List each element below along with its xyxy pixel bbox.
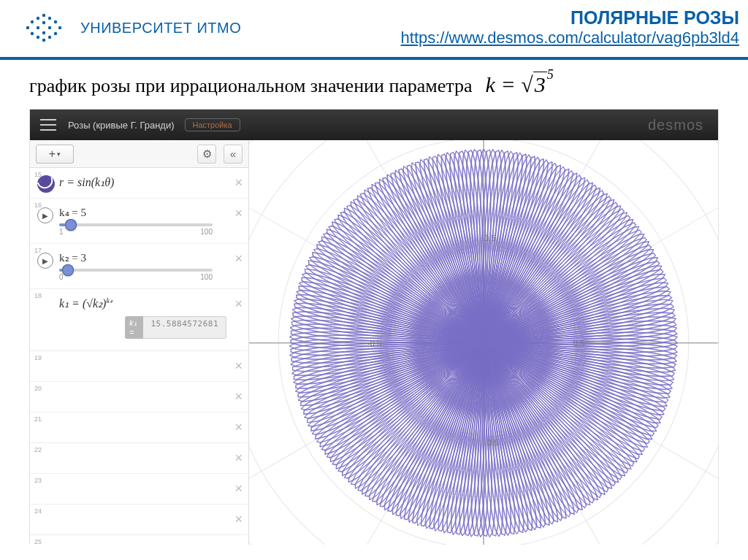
page-title: ПОЛЯРНЫЕ РОЗЫ	[401, 7, 739, 28]
svg-point-5	[37, 36, 39, 39]
gear-icon[interactable]: ⚙	[197, 145, 216, 164]
empty-expression-row[interactable]: 19×	[30, 351, 248, 382]
desmos-app: Розы (кривые Г. Гранди) Настройка desmos…	[29, 109, 719, 544]
expression-text: k₁ = (√k₂)k₄	[59, 297, 112, 310]
hamburger-icon[interactable]	[40, 119, 56, 131]
svg-point-6	[42, 14, 45, 17]
empty-expression-row[interactable]: 23×	[30, 474, 248, 505]
axis-tick-label: 0.5	[573, 339, 584, 348]
close-icon[interactable]: ×	[234, 389, 243, 404]
axis-tick-label: 0.5	[484, 234, 495, 242]
row-number: 22	[34, 446, 42, 453]
graph-canvas[interactable]: -0.5 0.5 0.5 -0.5	[249, 140, 718, 545]
k1-output: k₁ = 15.5884572681	[125, 316, 226, 339]
header-right: ПОЛЯРНЫЕ РОЗЫ https://www.desmos.com/cal…	[401, 7, 739, 47]
close-icon[interactable]: ×	[234, 358, 243, 374]
svg-point-14	[54, 32, 57, 35]
headline: график розы при иррациональном значении …	[0, 60, 748, 103]
svg-point-1	[31, 20, 34, 23]
empty-expression-row[interactable]: 25×	[30, 535, 248, 545]
polar-rose-plot	[249, 140, 718, 545]
slider-track[interactable]	[59, 269, 213, 272]
svg-point-7	[42, 21, 45, 24]
axis-tick-label: -0.5	[367, 339, 381, 348]
slider-row-k4[interactable]: 16 ▶ k₄ = 5 1100 ×	[30, 199, 248, 244]
headline-formula: k = √35	[480, 72, 554, 97]
svg-point-12	[48, 36, 51, 39]
slider-label: k₂ = 3	[59, 251, 226, 264]
close-icon[interactable]: ×	[234, 450, 243, 466]
play-icon[interactable]: ▶	[37, 207, 53, 223]
desmos-link[interactable]: https://www.desmos.com/calculator/vag6pb…	[401, 28, 739, 47]
row-number: 25	[34, 538, 42, 545]
close-icon[interactable]: ×	[234, 420, 243, 435]
expression-list: 15 r = sin(k₁θ) × 16 ▶ k₄ = 5 1100 ×	[30, 168, 248, 545]
close-icon[interactable]: ×	[234, 481, 243, 496]
row-number: 19	[34, 354, 42, 361]
empty-expression-row[interactable]: 22×	[30, 443, 248, 474]
graph-title: Розы (кривые Г. Гранди)	[68, 120, 175, 131]
logo-block: УНИВЕРСИТЕТ ИТМО	[22, 13, 241, 42]
logo-text: УНИВЕРСИТЕТ ИТМО	[80, 20, 241, 37]
close-icon[interactable]: ×	[234, 175, 243, 191]
add-expression-button[interactable]: +▾	[36, 145, 74, 164]
play-icon[interactable]: ▶	[37, 253, 53, 269]
slider-row-k2[interactable]: 17 ▶ k₂ = 3 0100 ×	[30, 244, 248, 289]
app-topbar: Розы (кривые Г. Гранди) Настройка desmos	[30, 110, 718, 140]
axis-tick-label: -0.5	[484, 438, 498, 447]
close-icon[interactable]: ×	[234, 206, 243, 221]
svg-point-9	[42, 39, 45, 42]
svg-point-10	[48, 17, 51, 20]
svg-point-15	[58, 26, 61, 29]
caret-down-icon: ▾	[57, 150, 61, 158]
close-icon[interactable]: ×	[234, 512, 243, 527]
settings-pill-button[interactable]: Настройка	[185, 118, 240, 131]
slider-label: k₄ = 5	[59, 206, 226, 219]
series-color-icon[interactable]	[37, 175, 55, 193]
svg-point-2	[31, 32, 34, 35]
row-number: 21	[34, 415, 42, 423]
svg-point-11	[48, 26, 51, 29]
empty-expression-row[interactable]: 20×	[30, 382, 248, 413]
sidebar-toolbar: +▾ ⚙ «	[30, 140, 248, 168]
row-number: 24	[34, 507, 42, 515]
svg-point-3	[37, 17, 39, 20]
svg-point-4	[37, 26, 39, 29]
collapse-sidebar-button[interactable]: «	[224, 145, 243, 164]
row-number: 20	[34, 385, 42, 392]
close-icon[interactable]: ×	[234, 296, 243, 312]
expression-sidebar: +▾ ⚙ « 15 r = sin(k₁θ) × 16 ▶ k₄ = 5	[30, 140, 249, 545]
close-icon[interactable]: ×	[234, 251, 243, 266]
expression-row-k1[interactable]: 18 k₁ = (√k₂)k₄ k₁ = 15.5884572681 ×	[30, 289, 248, 351]
slide-header: УНИВЕРСИТЕТ ИТМО ПОЛЯРНЫЕ РОЗЫ https://w…	[0, 0, 748, 60]
expression-text: r = sin(k₁θ)	[59, 176, 114, 188]
svg-point-8	[42, 31, 45, 34]
expression-row[interactable]: 15 r = sin(k₁θ) ×	[30, 168, 248, 199]
headline-text: график розы при иррациональном значении …	[29, 75, 473, 97]
desmos-brand: desmos	[648, 117, 703, 134]
app-body: +▾ ⚙ « 15 r = sin(k₁θ) × 16 ▶ k₄ = 5	[30, 140, 718, 545]
slider-fill	[59, 223, 65, 226]
svg-point-13	[54, 20, 57, 23]
empty-expression-row[interactable]: 21×	[30, 413, 248, 443]
row-number: 18	[34, 292, 42, 299]
itmo-logo-icon	[22, 13, 66, 42]
empty-expression-row[interactable]: 24×	[30, 505, 248, 535]
slider-track[interactable]	[59, 223, 213, 226]
row-number: 23	[34, 477, 42, 484]
close-icon[interactable]: ×	[234, 542, 243, 545]
svg-point-0	[26, 26, 29, 29]
